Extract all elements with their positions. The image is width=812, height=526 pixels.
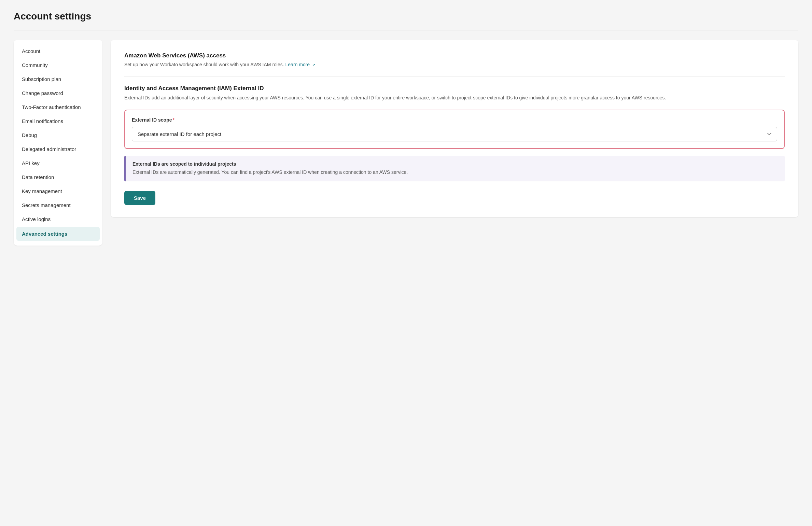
iam-section-title: Identity and Access Management (IAM) Ext… [124,85,785,92]
main-content: Amazon Web Services (AWS) access Set up … [111,40,798,217]
sidebar-item-subscription-plan[interactable]: Subscription plan [14,72,102,86]
sidebar-item-api-key[interactable]: API key [14,156,102,170]
section-divider-1 [124,77,785,77]
iam-section-desc: External IDs add an additional layer of … [124,94,785,101]
learn-more-link[interactable]: Learn more [285,62,310,67]
sidebar-item-delegated-admin[interactable]: Delegated administrator [14,142,102,156]
sidebar-item-secrets-management[interactable]: Secrets management [14,198,102,212]
sidebar-item-key-management[interactable]: Key management [14,184,102,198]
sidebar-item-active-logins[interactable]: Active logins [14,212,102,226]
aws-access-section: Amazon Web Services (AWS) access Set up … [124,52,785,68]
aws-section-title: Amazon Web Services (AWS) access [124,52,785,59]
scope-box: External ID scope* Separate external ID … [124,110,785,149]
sidebar-item-community[interactable]: Community [14,58,102,72]
external-link-icon: ↗ [312,62,315,68]
iam-section: Identity and Access Management (IAM) Ext… [124,85,785,101]
aws-section-desc: Set up how your Workato workspace should… [124,61,785,68]
layout: AccountCommunitySubscription planChange … [14,40,798,246]
sidebar-item-debug[interactable]: Debug [14,128,102,142]
sidebar-item-change-password[interactable]: Change password [14,86,102,100]
info-box: External IDs are scoped to individual pr… [124,156,785,181]
sidebar-item-data-retention[interactable]: Data retention [14,170,102,184]
save-button[interactable]: Save [124,191,155,205]
sidebar-item-email-notifications[interactable]: Email notifications [14,114,102,128]
scope-select[interactable]: Separate external ID for each projectSin… [132,127,777,141]
info-box-desc: External IDs are automatically generated… [132,169,778,176]
sidebar-item-account[interactable]: Account [14,44,102,58]
info-box-title: External IDs are scoped to individual pr… [132,161,778,167]
sidebar-item-advanced-settings[interactable]: Advanced settings [16,227,100,241]
sidebar: AccountCommunitySubscription planChange … [14,40,102,246]
page-divider [14,30,798,30]
required-marker: * [173,117,174,123]
sidebar-item-two-factor[interactable]: Two-Factor authentication [14,100,102,114]
scope-label: External ID scope* [132,117,777,123]
page-title: Account settings [14,11,798,22]
